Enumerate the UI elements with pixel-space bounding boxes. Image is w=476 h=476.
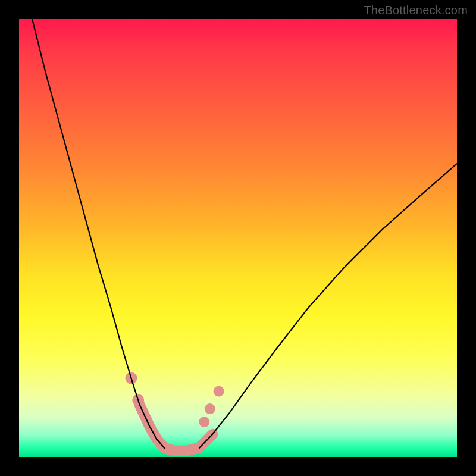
right-curve [199,164,458,448]
chart-frame: TheBottleneck.com [0,0,476,476]
dot-right-1 [199,416,209,427]
dot-right-2 [205,403,215,414]
watermark-text: TheBottleneck.com [364,4,468,17]
plot-area [19,19,457,457]
curve-layer [19,19,457,457]
marker-dots [125,372,224,428]
left-curve [32,19,165,449]
dot-right-3 [214,386,224,397]
